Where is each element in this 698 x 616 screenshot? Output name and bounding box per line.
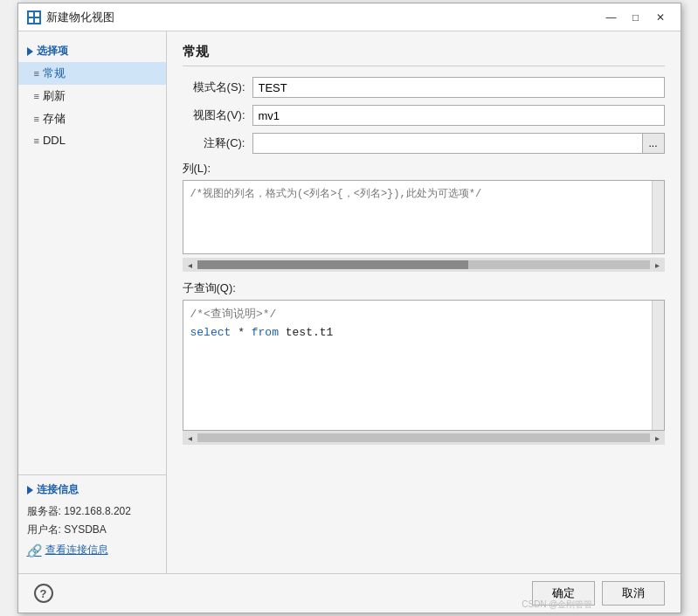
hscroll-right-arrow[interactable]: ▸ [652,260,663,270]
comment-input-wrap: ... [252,133,665,154]
title-bar-controls: — □ ✕ [600,9,672,26]
sidebar-section-options: 选择项 ≡ 常规 ≡ 刷新 ≡ 存储 ≡ DDL [18,40,166,150]
svg-rect-3 [35,18,39,23]
hscrollbar-thumb [197,260,469,269]
comment-button[interactable]: ... [642,133,665,154]
column-label: 列(L): [183,161,665,176]
column-vscrollbar[interactable] [652,181,664,253]
watermark-text: CSDN @金刚管管 [522,599,592,611]
sidebar-item-storage[interactable]: ≡ 存储 [18,107,166,130]
general-icon: ≡ [34,68,39,79]
minimize-button[interactable]: — [600,9,623,26]
sidebar-item-refresh[interactable]: ≡ 刷新 [18,85,166,107]
maximize-button[interactable]: □ [625,9,647,26]
subquery-hscrollbar-track [197,433,650,442]
ddl-icon: ≡ [34,135,39,146]
triangle-icon-2 [27,486,33,495]
hscroll-left-arrow[interactable]: ◂ [184,260,196,270]
comment-input[interactable] [252,133,642,154]
subquery-hscrollbar[interactable]: ◂ ▸ [183,431,665,445]
help-icon[interactable]: ? [34,584,53,603]
main-window: 新建物化视图 — □ ✕ 选择项 ≡ 常规 ≡ 刷新 [17,3,681,613]
subquery-hscroll-right-arrow[interactable]: ▸ [652,433,663,443]
mode-label: 模式名(S): [183,80,252,95]
sidebar-connection-title: 连接信息 [27,482,157,497]
bottom-bar: ? 确定 取消 CSDN @金刚管管 [18,573,681,613]
subquery-label: 子查询(Q): [183,280,665,296]
cancel-button[interactable]: 取消 [602,581,665,606]
title-bar: 新建物化视图 — □ ✕ [18,3,681,31]
close-button[interactable]: ✕ [649,9,672,26]
view-label: 视图名(V): [183,107,252,123]
grid-icon [27,10,41,24]
window-title: 新建物化视图 [46,10,114,25]
subquery-comment-line: /*<查询说明>*/ [190,306,657,324]
user-info-row: 用户名: SYSDBA [27,521,157,539]
view-connection-link[interactable]: 🔗 查看连接信息 [27,543,157,557]
main-content-area: 常规 模式名(S): 视图名(V): 注释(C): ... 列(L): [167,31,681,573]
svg-rect-2 [29,18,33,23]
sidebar-section-title: 选择项 [18,40,166,62]
subquery-code-line: select * from test.t1 [190,324,657,343]
mode-input[interactable] [252,77,665,98]
svg-rect-1 [35,12,39,17]
sidebar: 选择项 ≡ 常规 ≡ 刷新 ≡ 存储 ≡ DDL [18,31,167,573]
subquery-vscrollbar[interactable] [652,301,664,430]
comment-row: 注释(C): ... [183,133,665,154]
mode-name-row: 模式名(S): [183,77,665,98]
columns-textarea[interactable] [183,181,664,251]
section-heading: 常规 [183,44,665,66]
sidebar-item-general[interactable]: ≡ 常规 [18,62,166,85]
view-name-row: 视图名(V): [183,105,665,126]
columns-textarea-wrap [183,180,665,254]
refresh-icon: ≡ [34,91,39,101]
svg-rect-0 [29,12,33,17]
sidebar-connection-section: 连接信息 服务器: 192.168.8.202 用户名: SYSDBA 🔗 查看… [18,474,166,564]
title-bar-left: 新建物化视图 [27,10,114,25]
sidebar-item-ddl[interactable]: ≡ DDL [18,130,166,150]
storage-icon: ≡ [34,114,39,124]
hscrollbar-track [197,260,650,269]
triangle-icon [27,47,33,56]
window-body: 选择项 ≡ 常规 ≡ 刷新 ≡ 存储 ≡ DDL [18,31,681,573]
server-info-row: 服务器: 192.168.8.202 [27,502,157,521]
column-hscrollbar[interactable]: ◂ ▸ [183,258,665,272]
subquery-hscroll-left-arrow[interactable]: ◂ [184,433,196,443]
view-input[interactable] [252,105,665,126]
comment-label: 注释(C): [183,135,252,151]
subquery-content[interactable]: /*<查询说明>*/ select * from test.t1 [183,301,664,348]
subquery-textarea-wrap: /*<查询说明>*/ select * from test.t1 [183,300,665,431]
